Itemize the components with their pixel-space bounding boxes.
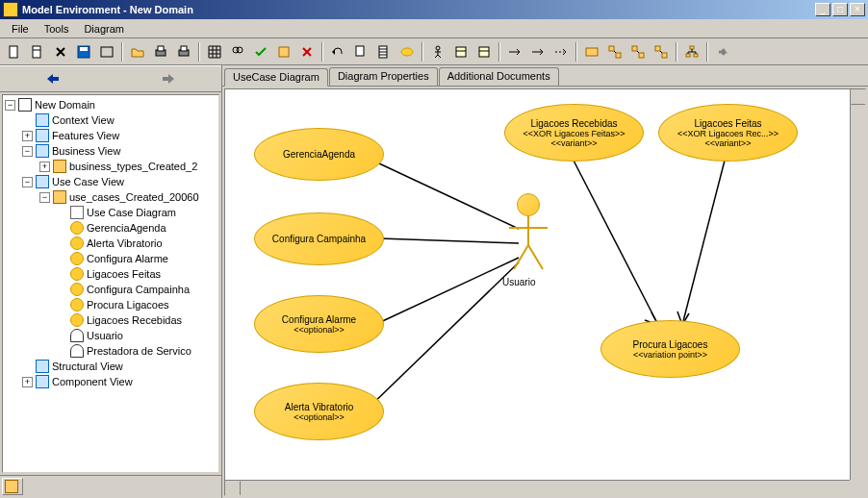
tree-node-structural-view[interactable]: Structural View bbox=[5, 359, 217, 374]
tab-additional-documents[interactable]: Additional Documents bbox=[439, 67, 559, 86]
expand-icon[interactable]: − bbox=[22, 177, 33, 187]
usecase-label: Configura Alarme bbox=[282, 314, 356, 325]
tree-label: use_cases_Created_20060 bbox=[69, 189, 199, 205]
tree-label: Use Case Diagram bbox=[87, 205, 176, 220]
usecase-icon bbox=[70, 221, 84, 235]
link3-icon[interactable] bbox=[651, 41, 672, 62]
tree-node-ligacoes-recebidas[interactable]: Ligacoes Recebidas bbox=[5, 312, 217, 328]
mail-icon[interactable] bbox=[581, 41, 602, 62]
tree-node-ligacoes-feitas[interactable]: Ligacoes Feitas bbox=[5, 266, 217, 282]
expand-icon[interactable]: − bbox=[5, 100, 15, 111]
tree-node-prestadora[interactable]: Prestadora de Servico bbox=[5, 343, 217, 359]
diagram-canvas[interactable]: GerenciaAgenda Configura Campainha Confi… bbox=[224, 88, 866, 496]
menu-tools[interactable]: Tools bbox=[37, 21, 77, 37]
menu-bar: File Tools Diagram bbox=[0, 19, 868, 38]
x-icon[interactable] bbox=[50, 41, 71, 62]
circle-icon[interactable] bbox=[396, 41, 418, 62]
close-button[interactable]: × bbox=[850, 3, 865, 16]
usecase-alerta-vibratorio[interactable]: Alerta Vibratorio <<optional>> bbox=[254, 383, 384, 440]
usecase-procura-ligacoes[interactable]: Procura Ligacoes <<variation point>> bbox=[600, 320, 740, 378]
expand-icon[interactable]: + bbox=[22, 377, 33, 387]
box-icon[interactable] bbox=[273, 41, 294, 62]
view-icon bbox=[36, 113, 49, 127]
usecase-icon bbox=[70, 298, 84, 311]
copy-icon[interactable] bbox=[350, 41, 371, 62]
delete-icon[interactable] bbox=[296, 41, 318, 62]
tree-view[interactable]: −New Domain Context View +Features View … bbox=[3, 95, 218, 391]
tree-node-component-view[interactable]: +Component View bbox=[5, 374, 217, 389]
link1-icon[interactable] bbox=[604, 41, 625, 62]
arrow2-icon[interactable] bbox=[527, 41, 549, 62]
check-icon[interactable] bbox=[250, 41, 271, 62]
tree-node-usuario[interactable]: Usuario bbox=[5, 328, 217, 343]
expand-icon[interactable]: − bbox=[22, 146, 33, 157]
new-icon[interactable] bbox=[27, 41, 48, 62]
save-icon[interactable] bbox=[73, 41, 94, 62]
dash-arrow-icon[interactable] bbox=[550, 41, 572, 62]
tree-node-gerencia-agenda[interactable]: GerenciaAgenda bbox=[5, 220, 217, 236]
tree-label: Procura Ligacoes bbox=[87, 297, 169, 312]
expand-icon[interactable]: + bbox=[39, 162, 50, 172]
print-icon[interactable] bbox=[150, 41, 171, 62]
usecase-configura-campainha[interactable]: Configura Campainha bbox=[254, 212, 384, 265]
tree-pane: −New Domain Context View +Features View … bbox=[0, 65, 222, 498]
dep-icon[interactable] bbox=[473, 41, 495, 62]
menu-diagram[interactable]: Diagram bbox=[76, 21, 132, 37]
expand-icon[interactable]: + bbox=[22, 131, 33, 141]
actor-icon[interactable] bbox=[427, 41, 448, 62]
grid-icon[interactable] bbox=[204, 41, 225, 62]
svg-rect-27 bbox=[694, 54, 698, 57]
minimize-button[interactable]: _ bbox=[815, 3, 830, 16]
svg-rect-16 bbox=[456, 47, 466, 57]
arrow1-icon[interactable] bbox=[504, 41, 525, 62]
menu-file[interactable]: File bbox=[4, 21, 37, 37]
tree-node-use-case-view[interactable]: −Use Case View bbox=[5, 174, 217, 189]
tab-usecase-diagram[interactable]: UseCase Diagram bbox=[224, 68, 328, 87]
tree-node-configura-campainha[interactable]: Configura Campainha bbox=[5, 282, 217, 297]
bottom-tab-1[interactable] bbox=[2, 478, 23, 495]
fwd-icon[interactable] bbox=[712, 41, 733, 62]
svg-rect-3 bbox=[80, 47, 88, 51]
tree-node-uc-diagram[interactable]: Use Case Diagram bbox=[5, 205, 217, 220]
tree-node-alerta-vibratorio[interactable]: Alerta Vibratorio bbox=[5, 236, 217, 251]
frame-icon[interactable] bbox=[96, 41, 117, 62]
svg-rect-6 bbox=[158, 46, 164, 51]
class-icon[interactable] bbox=[450, 41, 472, 62]
tree-label: Component View bbox=[52, 374, 133, 389]
printer-icon[interactable] bbox=[173, 41, 194, 62]
usecase-ligacoes-recebidas[interactable]: Ligacoes Recebidas <<XOR Ligacoes Feitas… bbox=[504, 104, 644, 162]
tree-node-domain[interactable]: −New Domain bbox=[5, 97, 217, 112]
new-sheet-icon[interactable] bbox=[4, 41, 25, 62]
find-icon[interactable] bbox=[227, 41, 248, 62]
undo-icon[interactable] bbox=[327, 41, 348, 62]
tree-node-business-view[interactable]: −Business View bbox=[5, 143, 217, 159]
svg-rect-12 bbox=[356, 46, 364, 56]
nav-back-button[interactable] bbox=[34, 69, 72, 88]
scrollbar-vertical[interactable] bbox=[850, 89, 865, 480]
tree-node-use-cases[interactable]: −use_cases_Created_20060 bbox=[5, 189, 217, 205]
usecase-configura-alarme[interactable]: Configura Alarme <<optional>> bbox=[254, 295, 384, 353]
open-icon[interactable] bbox=[127, 41, 148, 62]
org-icon[interactable] bbox=[681, 41, 702, 62]
svg-rect-21 bbox=[632, 46, 637, 51]
scrollbar-horizontal[interactable] bbox=[225, 480, 850, 495]
actor-usuario[interactable] bbox=[504, 193, 552, 278]
tree-node-procura-ligacoes[interactable]: Procura Ligacoes bbox=[5, 297, 217, 312]
tree-node-features-view[interactable]: +Features View bbox=[5, 128, 217, 143]
paste-icon[interactable] bbox=[373, 41, 395, 62]
tree-node-configura-alarme[interactable]: Configura Alarme bbox=[5, 251, 217, 266]
usecase-ligacoes-feitas[interactable]: Ligacoes Feitas <<XOR Ligacoes Rec...>> … bbox=[658, 104, 798, 162]
app-icon bbox=[3, 2, 18, 17]
usecase-variant: <<variant>> bbox=[550, 138, 597, 148]
nav-forward-button[interactable] bbox=[149, 69, 188, 88]
tab-diagram-properties[interactable]: Diagram Properties bbox=[329, 67, 438, 86]
diagram-icon bbox=[70, 206, 84, 219]
maximize-button[interactable]: □ bbox=[832, 3, 848, 16]
expand-icon[interactable]: − bbox=[39, 192, 50, 203]
bottom-tabs bbox=[0, 475, 221, 498]
tree-node-business-types[interactable]: +business_types_Created_2 bbox=[5, 159, 217, 174]
link2-icon[interactable] bbox=[627, 41, 649, 62]
tree-node-context-view[interactable]: Context View bbox=[5, 112, 217, 128]
usecase-gerencia-agenda[interactable]: GerenciaAgenda bbox=[254, 128, 384, 181]
svg-rect-24 bbox=[662, 53, 667, 58]
